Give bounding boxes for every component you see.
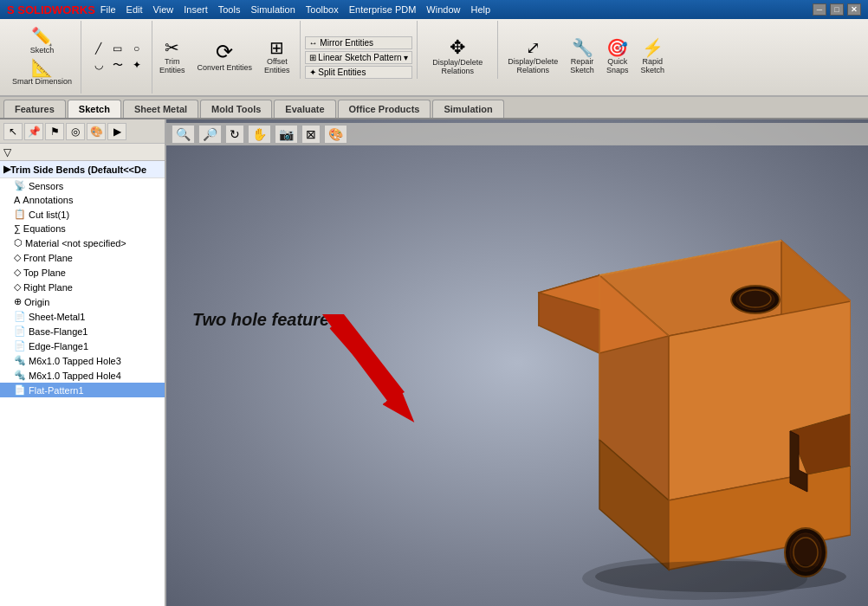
rectangle-button[interactable]: ▭	[109, 41, 126, 56]
sidebar-icon-arrow[interactable]: ↖	[3, 123, 23, 140]
zoom-fit-icon[interactable]: 🔍	[172, 125, 195, 144]
tab-features[interactable]: Features	[3, 100, 66, 118]
draw-tools-row2: ◡ 〜 ✦	[90, 56, 146, 74]
tree-item-flat-pattern[interactable]: 📄 Flat-Pattern1	[0, 383, 165, 397]
3d-model-svg	[487, 171, 851, 606]
offset-entities-button[interactable]: ⊞ OffsetEntities	[259, 21, 295, 93]
tree-item-cut-list[interactable]: 📋 Cut list(1)	[0, 207, 165, 222]
tab-evaluate[interactable]: Evaluate	[274, 100, 335, 118]
tree-item-top-plane[interactable]: ◇ Top Plane	[0, 265, 165, 280]
mirror-entities-button[interactable]: ↔ Mirror Entities	[305, 36, 413, 49]
tree-item-equations[interactable]: ∑ Equations	[0, 222, 165, 235]
smart-dimension-button[interactable]: 📐 Smart Dimension	[7, 57, 77, 88]
separator-2	[417, 21, 418, 79]
menu-insert[interactable]: Insert	[184, 4, 208, 15]
front-plane-icon: ◇	[14, 252, 21, 263]
display-style-icon[interactable]: 🎨	[324, 125, 347, 144]
split-entities-button[interactable]: ✦ Split Entities	[305, 66, 413, 79]
tree-item-edge-flange[interactable]: 📄 Edge-Flange1	[0, 338, 165, 353]
material-icon: ⬡	[14, 237, 23, 248]
tree-root-item[interactable]: ▶ Trim Side Bends (Default<<De	[0, 161, 165, 178]
sidebar-icon-pin[interactable]: 📌	[24, 123, 43, 140]
tree-item-sensors[interactable]: 📡 Sensors	[0, 178, 165, 193]
close-button[interactable]: ✕	[847, 3, 861, 16]
view-options-icon[interactable]: 📷	[275, 125, 298, 144]
sidebar-icon-swatch[interactable]: 🎨	[87, 123, 106, 140]
point-button[interactable]: ✦	[128, 57, 146, 73]
repair-sketch-icon: 🔧	[572, 39, 593, 56]
annotations-icon: A	[14, 195, 20, 205]
viewport-toolbar: 🔍 🔎 ↻ ✋ 📷 ⊠ 🎨	[166, 123, 868, 145]
tree-item-base-flange[interactable]: 📄 Base-Flange1	[0, 324, 165, 338]
convert-entities-button[interactable]: ⟳ Convert Entities	[192, 21, 258, 93]
minimize-button[interactable]: ─	[813, 3, 826, 16]
tree-item-origin[interactable]: ⊕ Origin	[0, 294, 165, 309]
sidebar-icon-more[interactable]: ▶	[107, 123, 126, 140]
tab-office-products[interactable]: Office Products	[338, 100, 431, 118]
top-plane-label: Top Plane	[23, 268, 66, 278]
menu-window[interactable]: Window	[426, 4, 460, 15]
tree-item-hole4[interactable]: 🔩 M6x1.0 Tapped Hole4	[0, 368, 165, 383]
annotation-text: Two hole features	[192, 310, 339, 330]
menu-file[interactable]: File	[100, 4, 116, 15]
tab-sheet-metal[interactable]: Sheet Metal	[123, 100, 198, 118]
display-delete-label: Display/DeleteRelations	[508, 58, 558, 75]
annotations-label: Annotations	[23, 195, 73, 205]
menu-edit[interactable]: Edit	[126, 4, 143, 15]
pan-icon[interactable]: ✋	[248, 125, 271, 144]
tree-root-icon: ▶	[3, 164, 10, 175]
cut-list-label: Cut list(1)	[29, 210, 69, 220]
tree-item-right-plane[interactable]: ◇ Right Plane	[0, 280, 165, 294]
rotate-view-icon[interactable]: ↻	[225, 125, 244, 144]
menu-toolbox[interactable]: Toolbox	[306, 4, 339, 15]
3d-viewport[interactable]: Two hole features	[166, 119, 868, 606]
tree-item-sheet-metal[interactable]: 📄 Sheet-Metal1	[0, 309, 165, 324]
tab-sketch[interactable]: Sketch	[68, 100, 121, 118]
menu-help[interactable]: Help	[470, 4, 490, 15]
sidebar-icon-flag[interactable]: ⚑	[45, 123, 64, 140]
line-button[interactable]: ╱	[90, 41, 107, 56]
spline-button[interactable]: 〜	[109, 56, 126, 74]
svg-point-26	[595, 561, 846, 592]
menu-epdm[interactable]: Enterprise PDM	[349, 4, 417, 15]
menu-bar[interactable]: File Edit View Insert Tools Simulation T…	[100, 4, 490, 15]
tree-item-annotations[interactable]: A Annotations	[0, 193, 165, 207]
tree-item-hole3[interactable]: 🔩 M6x1.0 Tapped Hole3	[0, 353, 165, 368]
menu-tools[interactable]: Tools	[218, 4, 241, 15]
trim-entities-button[interactable]: ✂ TrimEntities	[154, 21, 191, 93]
arc-icon: ◡	[94, 59, 103, 71]
display-delete-button[interactable]: ⤢ Display/DeleteRelations	[502, 21, 563, 93]
trim-entities-icon: ✂	[165, 39, 179, 56]
move-entities-button[interactable]: ✥ Display/Delete Relations	[422, 21, 493, 93]
point-icon: ✦	[133, 59, 141, 71]
maximize-button[interactable]: □	[830, 3, 844, 16]
sketch-button[interactable]: ✏️ Sketch	[25, 26, 60, 57]
repair-sketch-button[interactable]: 🔧 RepairSketch	[565, 21, 599, 93]
zoom-in-icon[interactable]: 🔎	[198, 125, 222, 144]
window-controls[interactable]: ─ □ ✕	[813, 3, 861, 16]
convert-entities-label: Convert Entities	[198, 64, 253, 73]
tree-item-material[interactable]: ⬡ Material <not specified>	[0, 235, 165, 250]
sidebar-filter-bar: ▽	[0, 144, 165, 161]
origin-icon: ⊕	[14, 296, 22, 307]
arc-button[interactable]: ◡	[90, 57, 107, 73]
hole4-icon: 🔩	[14, 370, 26, 381]
section-view-icon[interactable]: ⊠	[301, 125, 321, 144]
hole3-label: M6x1.0 Tapped Hole3	[29, 356, 121, 366]
viewport-area[interactable]: Two hole features	[166, 119, 868, 606]
linear-pattern-button[interactable]: ⊞ Linear Sketch Pattern ▾	[305, 51, 413, 64]
tab-simulation[interactable]: Simulation	[432, 100, 503, 118]
menu-view[interactable]: View	[153, 4, 174, 15]
tree-item-front-plane[interactable]: ◇ Front Plane	[0, 250, 165, 265]
tab-mold-tools[interactable]: Mold Tools	[200, 100, 272, 118]
quick-snaps-label: QuickSnaps	[606, 58, 629, 75]
move-entities-label: Display/Delete Relations	[427, 59, 488, 76]
rapid-sketch-button[interactable]: ⚡ RapidSketch	[635, 21, 670, 93]
hole3-icon: 🔩	[14, 355, 26, 366]
main-toolbar: ✏️ Sketch 📐 Smart Dimension ╱ ▭ ○ ◡ 〜 ✦ …	[0, 19, 868, 97]
sheet-metal-label: Sheet-Metal1	[29, 312, 85, 322]
circle-button[interactable]: ○	[128, 41, 146, 56]
quick-snaps-button[interactable]: 🎯 QuickSnaps	[601, 21, 634, 93]
menu-simulation[interactable]: Simulation	[250, 4, 295, 15]
sidebar-icon-target[interactable]: ◎	[66, 123, 85, 140]
